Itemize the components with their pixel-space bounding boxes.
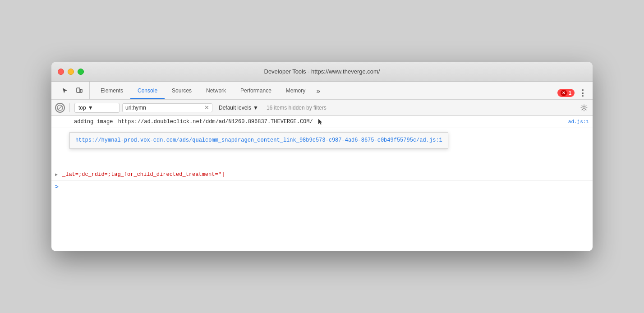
console-input-line: > bbox=[51, 181, 593, 193]
title-bar: Developer Tools - https://www.theverge.c… bbox=[51, 62, 593, 82]
inspect-element-button[interactable] bbox=[59, 84, 71, 97]
svg-rect-0 bbox=[77, 88, 80, 92]
traffic-lights bbox=[58, 69, 84, 75]
log-line-2: ▶ _lat=;dc_rdid=;tag_for_child_directed_… bbox=[51, 169, 593, 181]
clear-console-button[interactable] bbox=[55, 103, 65, 113]
log-file-ref-1[interactable]: ad.js:1 bbox=[568, 118, 589, 126]
console-area: adding image https://ad.doubleclick.net/… bbox=[51, 116, 593, 251]
cursor-icon bbox=[61, 87, 69, 94]
hidden-items-info: 16 items hidden by filters bbox=[267, 105, 327, 111]
console-toolbar: top ▼ ✕ Default levels ▼ 16 items hidden… bbox=[51, 100, 593, 116]
log-line-1-text: adding image https://ad.doubleclick.net/… bbox=[74, 118, 322, 126]
filter-input[interactable] bbox=[125, 105, 202, 111]
tab-sources[interactable]: Sources bbox=[165, 83, 199, 99]
url-tooltip: https://hymnal-prod.vox-cdn.com/ads/qual… bbox=[69, 132, 448, 149]
settings-button[interactable] bbox=[579, 103, 589, 113]
svg-rect-1 bbox=[80, 89, 82, 92]
close-button[interactable] bbox=[58, 69, 64, 75]
tabs-bar: Elements Console Sources Network Perform… bbox=[51, 82, 593, 100]
filter-input-wrap: ✕ bbox=[122, 103, 212, 112]
tabs-right-actions: ✕ 1 ⋮ bbox=[557, 87, 589, 99]
gear-icon bbox=[580, 104, 588, 111]
window-title: Developer Tools - https://www.theverge.c… bbox=[264, 68, 380, 75]
separator bbox=[69, 103, 70, 112]
tab-memory[interactable]: Memory bbox=[279, 83, 313, 99]
log-line-1: adding image https://ad.doubleclick.net/… bbox=[51, 116, 593, 128]
clear-filter-button[interactable]: ✕ bbox=[204, 105, 209, 110]
device-toolbar-button[interactable] bbox=[73, 84, 86, 97]
error-x-icon: ✕ bbox=[561, 90, 567, 96]
toolbar-icons bbox=[55, 82, 90, 99]
prompt-icon: > bbox=[55, 184, 59, 190]
svg-point-4 bbox=[583, 106, 585, 109]
tab-elements[interactable]: Elements bbox=[93, 83, 130, 99]
minimize-button[interactable] bbox=[68, 69, 74, 75]
block-icon bbox=[57, 105, 63, 111]
log-levels-button[interactable]: Default levels ▼ bbox=[215, 103, 262, 112]
svg-line-3 bbox=[58, 106, 62, 110]
devtools-menu-button[interactable]: ⋮ bbox=[576, 87, 589, 99]
error-badge[interactable]: ✕ 1 bbox=[557, 89, 575, 97]
cursor-pointer-icon bbox=[318, 119, 322, 125]
context-selector[interactable]: top ▼ bbox=[74, 103, 120, 113]
device-icon bbox=[76, 87, 83, 94]
maximize-button[interactable] bbox=[78, 69, 84, 75]
expand-arrow-icon[interactable]: ▶ bbox=[55, 171, 58, 178]
devtools-window: Developer Tools - https://www.theverge.c… bbox=[51, 62, 593, 251]
tab-console[interactable]: Console bbox=[130, 83, 165, 99]
tab-performance[interactable]: Performance bbox=[233, 83, 279, 99]
more-tabs-button[interactable]: » bbox=[313, 83, 324, 99]
tab-network[interactable]: Network bbox=[199, 83, 233, 99]
